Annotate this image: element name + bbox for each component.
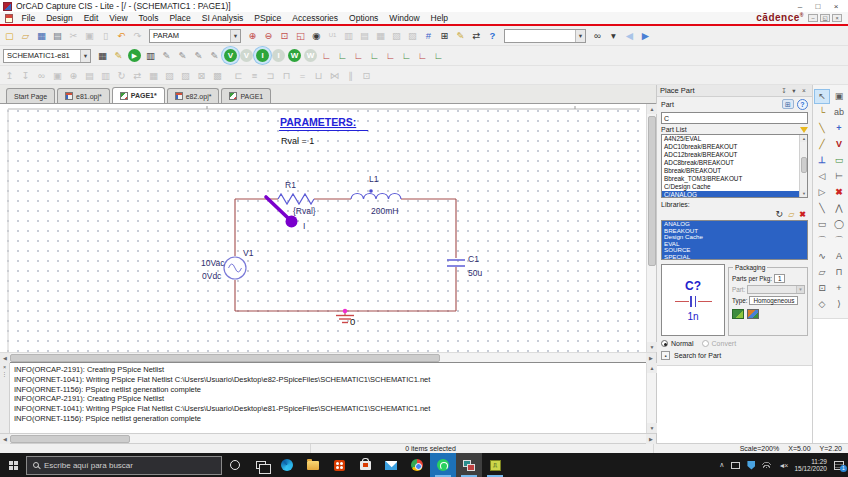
select-zoom-tool[interactable]: ⊡ <box>814 281 830 296</box>
sim-log-icon[interactable]: ∟ <box>431 48 446 63</box>
part-list-item[interactable]: Bbreak/BREAKOUT <box>662 167 799 175</box>
network-icon[interactable] <box>762 462 771 468</box>
mdi-close-button[interactable]: × <box>832 14 842 22</box>
display-icon[interactable] <box>731 462 740 469</box>
ascend-hierarchy-icon[interactable]: ↥ <box>2 68 17 83</box>
bias-current-display-icon[interactable]: ∟ <box>351 48 366 63</box>
tab-e82-opj[interactable]: e82.opj* <box>167 88 220 103</box>
voltage-diff-marker-icon[interactable]: V <box>240 49 253 62</box>
menu-item[interactable]: Accessories <box>287 13 344 23</box>
scroll-up-icon[interactable]: ▲ <box>800 135 808 142</box>
log-horizontal-scrollbar[interactable]: ◀ ▶ <box>0 433 656 443</box>
current-pin-marker-icon[interactable]: I <box>272 49 285 62</box>
expand-icon[interactable]: ▪ <box>661 351 670 360</box>
place-rectangle-tool[interactable]: ▭ <box>814 217 830 232</box>
part-list-item[interactable]: C/Design Cache <box>662 183 799 191</box>
simulation-profile-combo[interactable]: SCHEMATIC1-e81 ▼ <box>3 49 91 63</box>
chevron-down-icon[interactable]: ▼ <box>80 50 90 62</box>
create-netlist-icon[interactable]: ▧ <box>389 28 404 43</box>
align-bottom-icon[interactable]: ⊔ <box>311 68 326 83</box>
part-list-item[interactable]: ADC10break/BREAKOUT <box>662 143 799 151</box>
place-wire-tool[interactable]: └ <box>814 105 830 120</box>
align-middle-icon[interactable]: = <box>295 68 310 83</box>
zoom-to-region-icon[interactable]: ⊡ <box>277 28 292 43</box>
find-binoculars-icon[interactable]: ∞ <box>590 28 605 43</box>
part-list-item[interactable]: C/ANALOG <box>662 191 799 197</box>
place-arc-tool[interactable]: ⌒ <box>814 233 830 248</box>
scroll-right-icon[interactable]: ▶ <box>646 434 656 444</box>
copy-icon[interactable]: ▣ <box>82 28 97 43</box>
project-manager-icon[interactable]: ⊞ <box>437 28 452 43</box>
scroll-down-icon[interactable]: ▼ <box>800 190 808 197</box>
menu-item[interactable]: Place <box>164 13 196 23</box>
tab-e81-opj[interactable]: e81.opj* <box>57 88 110 103</box>
minimize-button[interactable]: – <box>791 2 809 11</box>
file-explorer-button[interactable] <box>300 453 326 477</box>
part-list-item[interactable]: ADC8break/BREAKOUT <box>662 159 799 167</box>
place-text-tool[interactable]: A <box>831 249 847 264</box>
current-probe-pen-icon[interactable]: ✎ <box>191 48 206 63</box>
voltage-probe-pen-icon[interactable]: ✎ <box>159 48 174 63</box>
part-list-scrollbar[interactable]: ▲ ▼ <box>799 135 807 197</box>
part-search-combo[interactable]: PARAM ▼ <box>149 29 241 43</box>
redo-icon[interactable]: ↷ <box>130 28 145 43</box>
eye-icon[interactable]: ◉ <box>309 28 324 43</box>
place-bus-tool[interactable]: ╲ <box>814 121 830 136</box>
hierarchy-icon[interactable]: ⇄ <box>469 28 484 43</box>
design-sync-icon[interactable]: ⇄ <box>130 68 145 83</box>
design-rules-check-icon[interactable]: ▦ <box>373 28 388 43</box>
menu-item[interactable]: Edit <box>78 13 104 23</box>
menu-item[interactable]: Help <box>425 13 453 23</box>
add-part-icon[interactable]: ⊞ <box>782 99 794 109</box>
zoom-out-icon[interactable]: ⊖ <box>261 28 276 43</box>
shape-bracket-tool[interactable]: ⟩ <box>831 297 847 312</box>
place-no-connect-tool[interactable]: ✖ <box>831 185 847 200</box>
pan-tool[interactable]: + <box>831 281 847 296</box>
place-polyline-tool[interactable]: ⋀ <box>831 201 847 216</box>
mail-button[interactable] <box>378 453 404 477</box>
scrollbar-thumb[interactable] <box>10 354 440 362</box>
place-junction-tool[interactable]: + <box>831 121 847 136</box>
find-combo[interactable]: ▼ <box>504 29 586 43</box>
edge-button[interactable] <box>274 453 300 477</box>
taskbar-search[interactable]: Escribe aquí para buscar <box>26 456 222 475</box>
scrollbar-thumb[interactable] <box>10 435 130 443</box>
part-name-input[interactable]: C <box>661 112 808 124</box>
canvas-vertical-scrollbar[interactable]: ▲ ▼ <box>646 104 656 352</box>
voltage-marker-icon[interactable]: V <box>224 49 237 62</box>
tab-page1[interactable]: PAGE1 <box>221 88 271 103</box>
place-line-tool[interactable]: ╲ <box>814 201 830 216</box>
menu-item[interactable]: Tools <box>133 13 164 23</box>
bias-power-display-icon[interactable]: ∟ <box>383 48 398 63</box>
menu-item[interactable]: View <box>104 13 133 23</box>
view-simulation-profile-icon[interactable]: ▦ <box>95 48 110 63</box>
part-list-item[interactable]: ADC12break/BREAKOUT <box>662 151 799 159</box>
import-design-icon[interactable]: ▧ <box>162 68 177 83</box>
schematic-canvas[interactable]: PARAMETERS: Rval = 1 R1 <box>0 104 646 352</box>
library-item[interactable]: Design Cache <box>662 234 807 241</box>
paste-icon[interactable]: ▯ <box>98 28 113 43</box>
scroll-right-icon[interactable]: ▶ <box>646 353 656 363</box>
align-right-icon[interactable]: ⊐ <box>263 68 278 83</box>
security-shield-icon[interactable] <box>747 461 755 470</box>
scroll-left-icon[interactable]: ◀ <box>0 434 10 444</box>
zoom-to-all-icon[interactable]: ◱ <box>293 28 308 43</box>
search-for-part-expander[interactable]: ▪ Search for Part <box>657 347 812 362</box>
align-center-icon[interactable]: ≡ <box>247 68 262 83</box>
part-list-item[interactable]: A4N25/EVAL <box>662 135 799 143</box>
tab-page1-active[interactable]: PAGE1* <box>112 87 165 103</box>
convert-radio[interactable]: Convert <box>702 340 737 347</box>
place-database-part-icon[interactable]: ▥ <box>98 68 113 83</box>
close-log-icon[interactable]: × <box>3 364 6 370</box>
tab-start-page[interactable]: Start Page <box>6 88 55 103</box>
place-net-alias-tool[interactable]: ab <box>831 105 847 120</box>
add-library-icon[interactable]: ▱ <box>788 210 794 219</box>
log-handle-icon[interactable]: ⋮ <box>2 371 8 377</box>
bias-voltage-toggle-icon[interactable]: ∟ <box>335 48 350 63</box>
open-folder-icon[interactable]: ▱ <box>18 28 33 43</box>
align-left-icon[interactable]: ⊏ <box>231 68 246 83</box>
pcb-footprint-icon[interactable] <box>732 309 744 319</box>
find-part-icon[interactable]: ∞ <box>34 68 49 83</box>
bias-current-toggle-icon[interactable]: ∟ <box>367 48 382 63</box>
bias-voltage-display-icon[interactable]: ∟ <box>319 48 334 63</box>
